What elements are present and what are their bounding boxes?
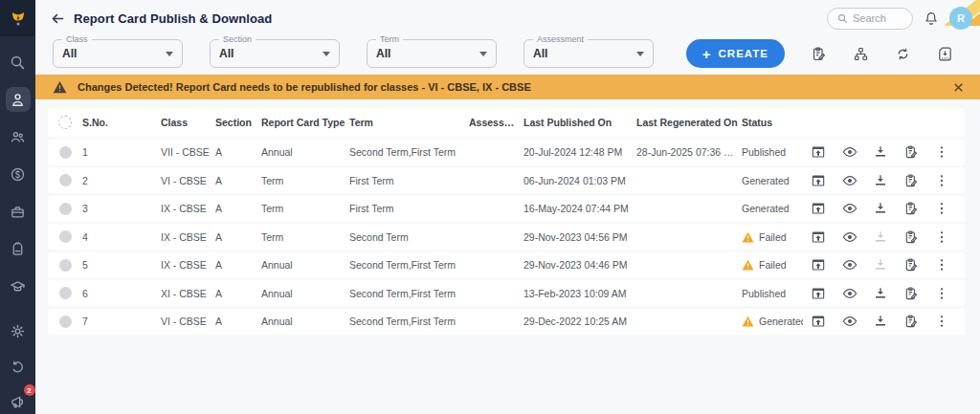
kebab-menu-icon — [934, 229, 949, 245]
eye-icon — [842, 173, 858, 188]
preview-button[interactable] — [836, 314, 867, 329]
row-checkbox[interactable] — [59, 174, 72, 186]
preview-button[interactable] — [836, 144, 867, 160]
page-title: Report Card Publish & Download — [74, 11, 272, 26]
publish-button[interactable] — [803, 257, 836, 272]
banner-close-button[interactable] — [952, 81, 965, 94]
search-input[interactable] — [853, 12, 902, 24]
publish-icon — [811, 257, 826, 272]
table-row: 3 IX - CBSE A Term First Term 16-May-202… — [48, 196, 965, 222]
publish-icon — [811, 286, 826, 301]
section-filter[interactable]: Section All — [210, 39, 340, 68]
more-options-button[interactable] — [928, 201, 959, 216]
select-all-checkbox[interactable] — [58, 116, 72, 129]
publish-button[interactable] — [803, 286, 836, 301]
download-icon-button[interactable] — [867, 144, 898, 160]
preview-button[interactable] — [836, 257, 867, 272]
sidebar-item-fees[interactable] — [6, 162, 31, 186]
notification-badge: 2 — [24, 384, 35, 396]
more-options-button[interactable] — [928, 173, 959, 188]
download-icon-button[interactable] — [867, 229, 898, 245]
download-icon-button[interactable] — [867, 286, 898, 301]
sidebar-item-search[interactable] — [6, 50, 31, 75]
publish-icon — [811, 201, 826, 216]
row-checkbox[interactable] — [59, 230, 72, 243]
sidebar-item-student[interactable] — [6, 87, 31, 112]
download-icon-button[interactable] — [867, 257, 898, 272]
sidebar-item-people-group[interactable] — [6, 124, 31, 149]
row-checkbox[interactable] — [59, 316, 72, 328]
table-row: 7 VI - CBSE A Annual Second Term,First T… — [48, 309, 965, 335]
preview-button[interactable] — [836, 229, 867, 245]
sidebar-item-graduation[interactable] — [6, 273, 31, 298]
kebab-menu-icon — [934, 286, 949, 301]
publish-button[interactable] — [803, 314, 836, 329]
download-icon — [873, 201, 888, 216]
cell-status: Published — [742, 288, 803, 299]
save-card-icon — [937, 46, 953, 62]
edit-remarks-button[interactable] — [898, 173, 928, 188]
download-icon-button[interactable] — [867, 173, 898, 188]
changes-banner: Changes Detected! Report Card needs to b… — [35, 75, 980, 99]
more-options-button[interactable] — [928, 144, 959, 160]
sidebar-item-settings[interactable] — [6, 318, 31, 343]
eye-icon — [842, 144, 858, 160]
status-text: Generated — [759, 316, 803, 327]
publish-button[interactable] — [803, 144, 836, 160]
edit-remarks-button[interactable] — [898, 314, 928, 329]
kebab-menu-icon — [934, 257, 949, 272]
row-checkbox[interactable] — [59, 287, 72, 299]
publish-icon — [811, 314, 826, 329]
sidebar-item-backpack[interactable] — [6, 236, 31, 261]
eye-icon — [842, 201, 858, 216]
status-warning-icon — [742, 316, 754, 327]
edit-remarks-button[interactable] — [898, 144, 928, 160]
cell-sno: 6 — [82, 288, 161, 299]
app-logo[interactable] — [0, 0, 35, 36]
publish-button[interactable] — [803, 173, 836, 188]
more-options-button[interactable] — [928, 257, 959, 272]
class-filter[interactable]: Class All — [53, 39, 183, 68]
bulk-edit-button[interactable] — [811, 46, 827, 62]
download-icon-button[interactable] — [867, 314, 898, 329]
export-button[interactable] — [937, 46, 953, 62]
row-checkbox[interactable] — [59, 259, 72, 272]
hierarchy-button[interactable] — [853, 46, 869, 62]
preview-button[interactable] — [836, 201, 867, 216]
publish-button[interactable] — [803, 229, 836, 245]
cell-section: A — [215, 146, 261, 158]
publish-button[interactable] — [803, 201, 836, 216]
preview-button[interactable] — [836, 286, 867, 301]
cell-term: Second Term,First Term — [349, 288, 469, 299]
global-search[interactable] — [827, 8, 913, 30]
refresh-button[interactable] — [895, 46, 911, 62]
create-button[interactable]: + CREATE — [686, 39, 785, 68]
edit-remarks-button[interactable] — [898, 229, 928, 245]
row-checkbox[interactable] — [59, 146, 72, 159]
cell-section: A — [215, 175, 261, 186]
table-row: 1 VII - CBSE A Annual Second Term,First … — [48, 140, 965, 165]
download-icon — [873, 314, 888, 329]
assessment-filter[interactable]: Assessment All — [523, 39, 654, 68]
edit-remarks-button[interactable] — [898, 286, 928, 301]
user-avatar[interactable]: R — [949, 7, 972, 30]
edit-remarks-button[interactable] — [898, 201, 928, 216]
download-icon-button[interactable] — [867, 201, 898, 216]
preview-button[interactable] — [836, 173, 867, 188]
back-button[interactable] — [51, 11, 65, 26]
table-row: 5 IX - CBSE A Annual Second Term,First T… — [48, 252, 965, 278]
more-options-button[interactable] — [928, 314, 959, 329]
row-checkbox[interactable] — [59, 203, 72, 215]
plus-icon: + — [702, 47, 712, 61]
edit-remarks-button[interactable] — [898, 257, 928, 272]
more-options-button[interactable] — [928, 286, 959, 301]
status-text: Published — [742, 146, 786, 158]
term-filter[interactable]: Term All — [367, 39, 497, 68]
status-text: Published — [742, 288, 786, 299]
sidebar-item-announcements[interactable]: 2 — [6, 389, 31, 414]
column-header-assessment: Assessment — [469, 117, 523, 128]
sidebar-item-briefcase[interactable] — [6, 199, 31, 224]
notifications-button[interactable] — [924, 11, 939, 26]
sidebar-item-undo[interactable] — [6, 354, 31, 379]
more-options-button[interactable] — [928, 229, 959, 245]
